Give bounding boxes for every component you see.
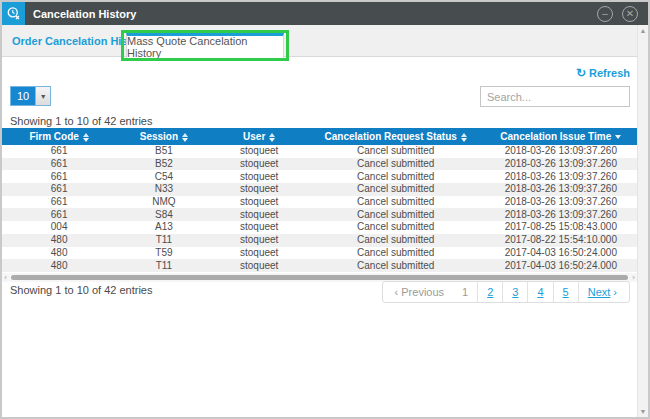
previous-page-button[interactable]: ‹Previous xyxy=(383,282,453,302)
table-cell: Cancel submitted xyxy=(307,247,485,260)
search-input[interactable] xyxy=(480,86,630,107)
close-icon[interactable]: ✕ xyxy=(622,6,638,22)
table-cell: NMQ xyxy=(116,196,211,209)
table-cell: C54 xyxy=(116,170,211,183)
table-cell: 2018-03-26 13:09:37.260 xyxy=(485,196,637,209)
table-row[interactable]: 661S84stoqueetCancel submitted2018-03-26… xyxy=(2,208,637,221)
table-header-row: Firm CodeSessionUserCancelation Request … xyxy=(2,128,637,145)
table-cell: 2017-08-22 15:54:10.000 xyxy=(485,234,637,247)
table-cell: 2017-04-03 16:50:24.000 xyxy=(485,259,637,272)
cancel-history-icon xyxy=(2,2,25,25)
sort-both-icon xyxy=(182,133,188,142)
chevron-right-icon: › xyxy=(613,286,617,298)
table-row[interactable]: 004A13stoqueetCancel submitted2017-08-25… xyxy=(2,221,637,234)
scroll-down-icon[interactable]: ▼ xyxy=(638,406,648,417)
page-length-select[interactable]: 10 ▼ xyxy=(10,86,51,106)
table-cell: A13 xyxy=(116,221,211,234)
table-cell: 480 xyxy=(2,247,116,260)
column-label: Cancelation Issue Time xyxy=(500,131,611,142)
scroll-up-icon[interactable]: ▲ xyxy=(638,25,648,36)
table-cell: stoqueet xyxy=(212,145,307,158)
table-row[interactable]: 480T59stoqueetCancel submitted2017-04-03… xyxy=(2,247,637,260)
table-cell: stoqueet xyxy=(212,259,307,272)
table-cell: stoqueet xyxy=(212,247,307,260)
page-length-value: 10 xyxy=(11,87,35,105)
table-cell: Cancel submitted xyxy=(307,158,485,171)
column-label: Firm Code xyxy=(29,131,78,142)
table-row[interactable]: 480T11stoqueetCancel submitted2017-08-22… xyxy=(2,234,637,247)
page-number-buttons: 12345 xyxy=(453,282,578,302)
table-cell: stoqueet xyxy=(212,158,307,171)
pagination: ‹Previous 12345 Next› xyxy=(382,281,630,303)
tab-strip: Order Cancelation History Mass Quote Can… xyxy=(2,25,637,57)
window-title: Cancelation History xyxy=(33,8,136,20)
column-header-firm-code[interactable]: Firm Code xyxy=(2,128,116,145)
column-label: Cancelation Request Status xyxy=(325,131,457,142)
entries-summary-bottom: Showing 1 to 10 of 42 entries xyxy=(10,284,152,296)
table-cell: B52 xyxy=(116,158,211,171)
page-button-5[interactable]: 5 xyxy=(553,282,578,302)
table-cell: stoqueet xyxy=(212,208,307,221)
refresh-label: Refresh xyxy=(589,67,630,79)
table-cell: S84 xyxy=(116,208,211,221)
titlebar: Cancelation History – ✕ xyxy=(2,2,648,25)
table-cell: 2018-03-26 13:09:37.260 xyxy=(485,170,637,183)
table-cell: T11 xyxy=(116,234,211,247)
table-cell: 661 xyxy=(2,208,116,221)
table-cell: N33 xyxy=(116,183,211,196)
page-button-1[interactable]: 1 xyxy=(453,282,477,302)
sort-both-icon xyxy=(83,133,89,142)
table-cell: stoqueet xyxy=(212,234,307,247)
table-row[interactable]: 661B51stoqueetCancel submitted2018-03-26… xyxy=(2,145,637,158)
table-cell: 004 xyxy=(2,221,116,234)
column-label: User xyxy=(243,131,265,142)
table-cell: T11 xyxy=(116,259,211,272)
table-cell: stoqueet xyxy=(212,183,307,196)
table-body: 661B51stoqueetCancel submitted2018-03-26… xyxy=(2,145,637,272)
table-cell: 661 xyxy=(2,183,116,196)
sort-desc-icon xyxy=(615,135,621,139)
column-header-cancelation-issue-time[interactable]: Cancelation Issue Time xyxy=(485,128,637,145)
scroll-right-icon[interactable]: › xyxy=(630,274,637,281)
table-cell: 2018-03-26 13:09:37.260 xyxy=(485,208,637,221)
table-cell: Cancel submitted xyxy=(307,221,485,234)
table-cell: stoqueet xyxy=(212,221,307,234)
table-row[interactable]: 661NMQstoqueetCancel submitted2018-03-26… xyxy=(2,196,637,209)
table-cell: Cancel submitted xyxy=(307,170,485,183)
table-cell: B51 xyxy=(116,145,211,158)
refresh-button[interactable]: ↻Refresh xyxy=(576,66,630,80)
table-row[interactable]: 480T11stoqueetCancel submitted2017-04-03… xyxy=(2,259,637,272)
table-cell: 661 xyxy=(2,196,116,209)
table-row[interactable]: 661N33stoqueetCancel submitted2018-03-26… xyxy=(2,183,637,196)
entries-summary-top: Showing 1 to 10 of 42 entries xyxy=(10,115,152,127)
table-cell: Cancel submitted xyxy=(307,196,485,209)
table-row[interactable]: 661C54stoqueetCancel submitted2018-03-26… xyxy=(2,170,637,183)
column-header-user[interactable]: User xyxy=(212,128,307,145)
table-cell: Cancel submitted xyxy=(307,183,485,196)
minimize-icon[interactable]: – xyxy=(597,6,613,22)
vertical-scrollbar[interactable]: ▲ ▼ xyxy=(637,25,648,417)
table-cell: 2018-03-26 13:09:37.260 xyxy=(485,158,637,171)
next-page-button[interactable]: Next› xyxy=(578,282,629,302)
table-cell: Cancel submitted xyxy=(307,145,485,158)
tab-panel-mass-quote: ↻Refresh 10 ▼ Showing 1 to 10 of 42 entr… xyxy=(2,57,637,417)
table-cell: Cancel submitted xyxy=(307,234,485,247)
window-controls: – ✕ xyxy=(597,6,638,22)
chevron-down-icon: ▼ xyxy=(35,87,50,105)
chevron-left-icon: ‹ xyxy=(395,286,399,298)
tab-mass-quote-cancelation-history[interactable]: Mass Quote Cancelation History xyxy=(126,33,284,58)
sort-both-icon xyxy=(269,133,275,142)
table-cell: 2017-04-03 16:50:24.000 xyxy=(485,247,637,260)
table-cell: 480 xyxy=(2,234,116,247)
table-row[interactable]: 661B52stoqueetCancel submitted2018-03-26… xyxy=(2,158,637,171)
page-button-4[interactable]: 4 xyxy=(527,282,552,302)
table-cell: 661 xyxy=(2,170,116,183)
column-header-session[interactable]: Session xyxy=(116,128,211,145)
scroll-left-icon[interactable]: ‹ xyxy=(2,274,9,281)
horizontal-scrollbar-thumb[interactable] xyxy=(11,275,628,280)
page-button-3[interactable]: 3 xyxy=(502,282,527,302)
cancelation-table: Firm CodeSessionUserCancelation Request … xyxy=(2,128,637,272)
column-label: Session xyxy=(140,131,178,142)
column-header-cancelation-request-status[interactable]: Cancelation Request Status xyxy=(307,128,485,145)
page-button-2[interactable]: 2 xyxy=(477,282,502,302)
